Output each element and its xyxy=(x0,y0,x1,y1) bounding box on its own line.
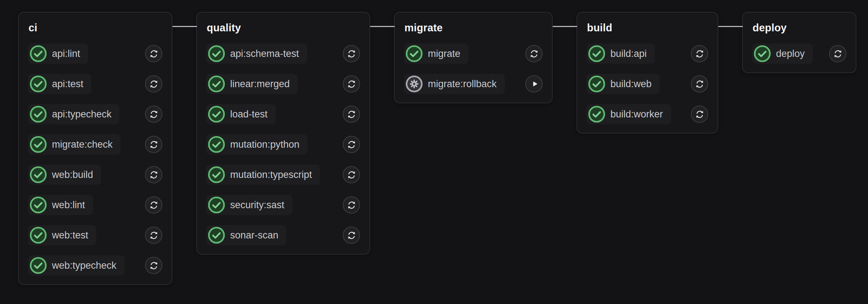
retry-button[interactable] xyxy=(145,257,162,274)
job-link[interactable]: build:api xyxy=(587,44,655,64)
stage-title: quality xyxy=(207,21,360,35)
retry-button[interactable] xyxy=(145,106,162,123)
retry-icon xyxy=(347,140,356,149)
retry-button[interactable] xyxy=(145,166,162,183)
check-circle-icon xyxy=(30,227,47,244)
play-button[interactable] xyxy=(525,75,543,93)
job-row: api:schema-test xyxy=(206,44,360,64)
job-row: linear:merged xyxy=(206,74,360,94)
retry-button[interactable] xyxy=(145,227,162,244)
job-row: web:build xyxy=(28,165,162,185)
retry-button[interactable] xyxy=(343,227,360,244)
retry-button[interactable] xyxy=(691,75,708,93)
job-link[interactable]: api:schema-test xyxy=(206,44,307,64)
job-link[interactable]: web:lint xyxy=(28,195,93,215)
job-link[interactable]: web:typecheck xyxy=(28,255,124,276)
job-name: mutation:typescript xyxy=(230,169,312,180)
job-link[interactable]: migrate:check xyxy=(28,134,120,155)
retry-button[interactable] xyxy=(343,45,360,62)
job-row: migrate:rollback xyxy=(404,74,543,94)
job-row: api:lint xyxy=(28,44,162,64)
job-row: deploy xyxy=(752,44,846,64)
retry-icon xyxy=(833,49,843,59)
stage-title: build xyxy=(587,21,708,35)
job-row: security:sast xyxy=(206,195,360,215)
job-link[interactable]: web:build xyxy=(28,165,101,185)
job-link[interactable]: load-test xyxy=(206,104,276,124)
job-row: mutation:python xyxy=(206,134,360,155)
job-link[interactable]: migrate xyxy=(404,44,468,64)
check-circle-icon xyxy=(30,196,47,214)
job-name: migrate:check xyxy=(52,139,113,150)
job-link[interactable]: mutation:python xyxy=(206,134,307,155)
job-link[interactable]: build:web xyxy=(587,74,659,94)
job-link[interactable]: migrate:rollback xyxy=(404,74,505,94)
stage-connector xyxy=(553,26,577,27)
retry-icon xyxy=(347,79,356,89)
retry-icon xyxy=(149,140,159,149)
job-link[interactable]: linear:merged xyxy=(206,74,298,94)
job-link[interactable]: api:typecheck xyxy=(28,104,119,124)
job-row: migrate:check xyxy=(28,134,162,155)
retry-icon xyxy=(529,49,539,59)
job-name: build:worker xyxy=(610,109,663,120)
job-name: deploy xyxy=(776,48,805,59)
job-link[interactable]: build:worker xyxy=(587,104,671,124)
job-link[interactable]: mutation:typescript xyxy=(206,165,320,185)
job-link[interactable]: security:sast xyxy=(206,195,292,215)
job-name: api:schema-test xyxy=(230,48,299,59)
job-name: api:typecheck xyxy=(52,109,111,120)
retry-button[interactable] xyxy=(829,45,846,62)
job-name: sonar-scan xyxy=(230,230,279,241)
stage-card: deploy deploy xyxy=(742,12,856,73)
check-circle-icon xyxy=(588,106,605,123)
retry-icon xyxy=(347,231,356,240)
retry-icon xyxy=(347,109,356,119)
check-circle-icon xyxy=(754,45,771,62)
retry-button[interactable] xyxy=(691,106,708,123)
check-circle-icon xyxy=(30,136,47,153)
stage-card: build build:api xyxy=(577,12,718,134)
retry-button[interactable] xyxy=(145,45,162,62)
retry-button[interactable] xyxy=(343,106,360,123)
job-link[interactable]: deploy xyxy=(752,44,813,64)
job-list: migrate xyxy=(404,44,543,94)
job-row: build:worker xyxy=(587,104,708,124)
stage-connector xyxy=(370,26,395,27)
job-name: web:test xyxy=(52,230,88,241)
retry-icon xyxy=(149,200,159,210)
retry-button[interactable] xyxy=(525,45,543,62)
retry-button[interactable] xyxy=(343,75,360,93)
retry-button[interactable] xyxy=(343,166,360,183)
retry-button[interactable] xyxy=(145,136,162,153)
job-name: api:test xyxy=(52,79,83,90)
job-name: load-test xyxy=(230,109,268,120)
retry-icon xyxy=(149,231,159,240)
gear-circle-icon xyxy=(405,75,423,93)
retry-icon xyxy=(695,49,705,59)
job-list: deploy xyxy=(752,44,846,64)
retry-icon xyxy=(149,109,159,119)
stage-connector xyxy=(172,26,197,27)
retry-button[interactable] xyxy=(691,45,708,62)
job-link[interactable]: api:test xyxy=(28,74,91,94)
retry-icon xyxy=(347,49,356,59)
retry-icon xyxy=(695,109,705,119)
check-circle-icon xyxy=(30,106,47,123)
check-circle-icon xyxy=(588,75,605,93)
retry-button[interactable] xyxy=(145,196,162,214)
retry-button[interactable] xyxy=(343,196,360,214)
retry-icon xyxy=(149,170,159,180)
retry-button[interactable] xyxy=(145,75,162,93)
job-list: build:api xyxy=(587,44,708,124)
check-circle-icon xyxy=(588,45,605,62)
job-name: web:lint xyxy=(52,200,85,211)
job-link[interactable]: web:test xyxy=(28,225,96,245)
job-name: linear:merged xyxy=(230,79,290,90)
job-link[interactable]: api:lint xyxy=(28,44,88,64)
job-row: mutation:typescript xyxy=(206,165,360,185)
stage-card: migrate migrate xyxy=(394,12,553,103)
retry-button[interactable] xyxy=(343,136,360,153)
job-link[interactable]: sonar-scan xyxy=(206,225,286,245)
check-circle-icon xyxy=(208,227,225,244)
